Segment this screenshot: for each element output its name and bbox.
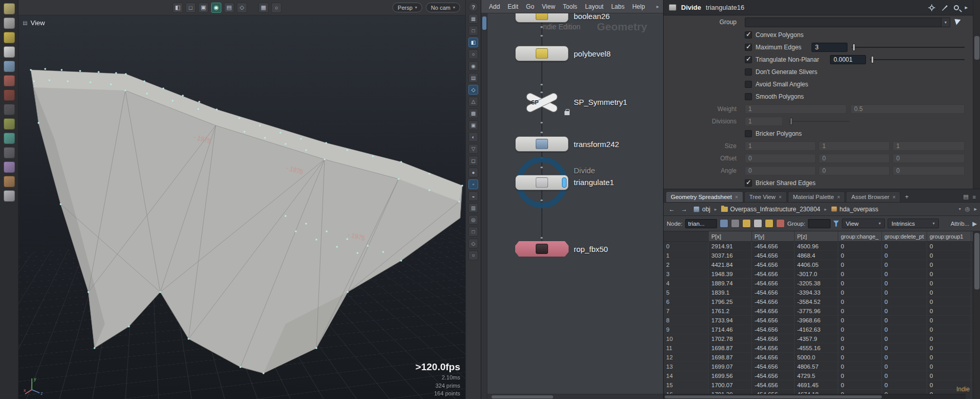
select-groups-icon[interactable]: ▦	[258, 3, 269, 13]
detail-mode-icon[interactable]	[776, 219, 785, 228]
table-cell[interactable]: 0	[838, 334, 882, 343]
lighting-icon[interactable]: ◻	[468, 156, 478, 166]
triangulate-nonplanar-checkbox[interactable]: ✓	[745, 56, 752, 63]
grid-toggle-icon[interactable]: ○	[468, 49, 478, 59]
table-cell[interactable]: -454.656	[752, 279, 795, 287]
shadows-icon[interactable]: ●	[468, 168, 478, 177]
table-cell[interactable]: 0	[927, 371, 971, 380]
shade-mode-icon[interactable]: ◉	[468, 61, 478, 71]
node-sp-symmetry1[interactable]: SP	[519, 91, 565, 114]
pose-tool-icon[interactable]	[4, 118, 15, 130]
table-cell[interactable]: 0	[882, 279, 927, 287]
scale-tool-icon[interactable]	[4, 104, 15, 115]
table-cell[interactable]: 0	[927, 279, 971, 287]
table-cell[interactable]: -454.656	[752, 288, 795, 297]
modeler-shelf-icon[interactable]	[4, 3, 15, 14]
lasso-select-icon[interactable]: □	[185, 3, 196, 13]
table-cell[interactable]: -454.656	[752, 380, 795, 389]
chevron-down-icon[interactable]: ▾	[941, 18, 950, 27]
table-cell[interactable]: -454.656	[752, 343, 795, 352]
close-icon[interactable]: ×	[893, 194, 896, 200]
table-cell[interactable]: 0	[838, 325, 882, 334]
table-cell[interactable]: 0	[882, 316, 927, 324]
table-cell[interactable]: 1714.46	[709, 325, 752, 334]
bricker-shared-edges-checkbox[interactable]: ✓	[745, 179, 752, 187]
row-number[interactable]: 1	[664, 251, 709, 260]
view-dropdown[interactable]: View ▾	[842, 219, 885, 228]
clay-tool-icon[interactable]	[4, 176, 15, 187]
intrinsics-dropdown[interactable]: Intrinsics ▾	[888, 219, 939, 228]
snapshot-icon[interactable]: ◐	[468, 132, 478, 142]
table-cell[interactable]: 0	[927, 242, 971, 250]
front-select-icon[interactable]: ◇	[237, 3, 247, 13]
column-header[interactable]: P[z]	[795, 231, 838, 241]
column-header[interactable]: P[x]	[709, 231, 752, 241]
close-icon[interactable]: ×	[837, 194, 840, 200]
table-cell[interactable]: 0	[927, 334, 971, 343]
table-cell[interactable]: 0	[927, 269, 971, 278]
view-mode-icon[interactable]: ▽	[468, 144, 478, 154]
table-cell[interactable]: 0	[882, 288, 927, 297]
forward-arrow-icon[interactable]: →	[679, 205, 689, 213]
row-number[interactable]: 4	[664, 279, 709, 287]
table-cell[interactable]: 4691.45	[795, 380, 838, 389]
maximum-edges-slider[interactable]	[852, 43, 965, 51]
table-cell[interactable]: 1698.87	[709, 353, 752, 361]
table-cell[interactable]: -3205.38	[795, 279, 838, 287]
table-cell[interactable]: 0	[838, 362, 882, 371]
table-cell[interactable]: 0	[838, 306, 882, 315]
node-rop-fbx50[interactable]	[515, 241, 569, 257]
table-cell[interactable]: 0	[927, 306, 971, 315]
pin-node-icon[interactable]	[720, 219, 728, 228]
network-horizontal-scrollbar[interactable]	[487, 394, 663, 399]
table-cell[interactable]: 1733.94	[709, 316, 752, 324]
avoid-small-angles-checkbox[interactable]: ✓	[745, 81, 752, 88]
table-cell[interactable]: -454.656	[752, 362, 795, 371]
table-cell[interactable]: -454.656	[752, 316, 795, 324]
particles-icon[interactable]: ◇	[468, 239, 478, 248]
table-cell[interactable]: -454.656	[752, 260, 795, 269]
brush-shelf-icon[interactable]	[4, 32, 15, 43]
wireframe-icon[interactable]: ▤	[468, 73, 478, 83]
menu-item-edit[interactable]: Edit	[504, 2, 522, 12]
table-cell[interactable]: 1889.74	[709, 279, 752, 287]
breadcrumb-obj[interactable]: obj	[691, 205, 712, 213]
table-cell[interactable]: 0	[838, 353, 882, 361]
tab-asset-browser[interactable]: Asset Browser ×	[846, 191, 900, 202]
table-cell[interactable]: -454.656	[752, 353, 795, 361]
table-cell[interactable]: 0	[882, 353, 927, 361]
node-transform242[interactable]	[515, 136, 569, 152]
breadcrumb-overpass[interactable]: Overpass_Infrastructure_230804	[719, 205, 822, 213]
table-cell[interactable]: 1698.87	[709, 343, 752, 352]
table-cell[interactable]: 0	[927, 325, 971, 334]
points-mode-icon[interactable]	[742, 219, 751, 228]
lock-camera-icon[interactable]: ◧	[468, 38, 478, 47]
table-cell[interactable]: 0	[882, 260, 927, 269]
target-icon[interactable]: ◎	[965, 206, 970, 212]
dont-generate-slivers-checkbox[interactable]: ✓	[745, 68, 752, 76]
table-cell[interactable]: 4500.96	[795, 242, 838, 250]
table-cell[interactable]: -3584.52	[795, 297, 838, 306]
table-cell[interactable]: 0	[882, 297, 927, 306]
table-cell[interactable]: 0	[927, 297, 971, 306]
network-canvas[interactable]: Indie Edition Geometry boolean26	[487, 13, 663, 399]
table-cell[interactable]: 4806.57	[795, 362, 838, 371]
points-display-icon[interactable]: △	[468, 97, 478, 106]
table-cell[interactable]: -454.656	[752, 242, 795, 250]
spreadsheet-horizontal-scrollbar[interactable]	[664, 394, 966, 399]
row-number[interactable]: 13	[664, 362, 709, 371]
table-cell[interactable]: 0	[882, 325, 927, 334]
row-number[interactable]: 11	[664, 343, 709, 352]
menu-item-labs[interactable]: Labs	[608, 2, 628, 12]
table-cell[interactable]: -454.656	[752, 297, 795, 306]
row-number[interactable]: 10	[664, 334, 709, 343]
prims-mode-icon[interactable]	[765, 219, 774, 228]
table-cell[interactable]: 1700.07	[709, 380, 752, 389]
menu-item-tools[interactable]: Tools	[559, 2, 581, 12]
group-filter-input[interactable]	[808, 219, 831, 228]
help-icon[interactable]: ?	[468, 2, 478, 12]
table-cell[interactable]: -454.656	[752, 371, 795, 380]
toolbar-overflow-icon[interactable]: ▶	[972, 220, 977, 227]
vertices-mode-icon[interactable]	[753, 219, 762, 228]
table-cell[interactable]: 0	[838, 288, 882, 297]
